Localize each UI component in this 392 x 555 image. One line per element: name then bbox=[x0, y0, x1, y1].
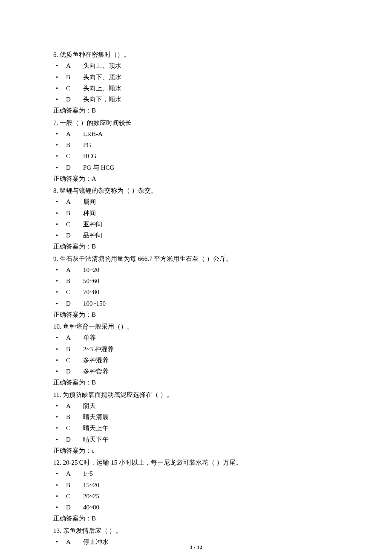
question-text: 8. 鳞鲤与镜鲤的杂交称为（ ）杂交。 bbox=[53, 185, 339, 196]
option-text: 10~20 bbox=[83, 264, 339, 275]
question-block: 8. 鳞鲤与镜鲤的杂交称为（ ）杂交。•A属间•B种间•C亚种间•D品种间正确答… bbox=[53, 185, 339, 252]
option-line: •D晴天下午 bbox=[53, 434, 339, 445]
answer-label: 正确答案为： bbox=[53, 243, 92, 250]
question-body: 鳞鲤与镜鲤的杂交称为（ ）杂交。 bbox=[60, 187, 157, 194]
option-text: 晴天清晨 bbox=[83, 411, 339, 422]
bullet-icon: • bbox=[53, 150, 66, 162]
option-line: •A1~5 bbox=[53, 468, 339, 479]
bullet-icon: • bbox=[53, 208, 66, 219]
bullet-icon: • bbox=[53, 491, 66, 502]
option-letter: D bbox=[66, 434, 83, 445]
option-letter: A bbox=[66, 468, 83, 479]
option-line: •B头向下、顶水 bbox=[53, 72, 339, 83]
bullet-icon: • bbox=[53, 219, 66, 230]
question-block: 10. 鱼种培育一般采用（）。•A单养•B2~3 种混养•C多种混养•D多种套养… bbox=[53, 321, 339, 388]
bullet-icon: • bbox=[53, 60, 66, 71]
answer-value: B bbox=[92, 311, 96, 318]
option-text: 15~20 bbox=[83, 480, 339, 491]
option-text: 20~25 bbox=[83, 491, 339, 502]
question-block: 9. 生石灰干法清塘的用量为每 666.7 平方米用生石灰（ ）公斤。•A10~… bbox=[53, 253, 339, 321]
question-number: 6. bbox=[53, 51, 58, 58]
option-letter: B bbox=[66, 411, 83, 422]
option-text: 单养 bbox=[83, 332, 339, 343]
question-text: 12. 20-25℃时，运输 15 小时以上，每一尼龙袋可装水花（ ）万尾。 bbox=[53, 457, 339, 468]
option-line: •A阴天 bbox=[53, 400, 339, 411]
answer-value: B bbox=[92, 515, 96, 522]
option-text: 属间 bbox=[83, 196, 339, 207]
option-letter: B bbox=[66, 275, 83, 286]
bullet-icon: • bbox=[53, 72, 66, 83]
option-line: •B2~3 种混养 bbox=[53, 344, 339, 355]
option-letter: D bbox=[66, 366, 83, 377]
question-text: 10. 鱼种培育一般采用（）。 bbox=[53, 321, 339, 332]
option-letter: B bbox=[66, 72, 83, 83]
option-letter: D bbox=[66, 162, 83, 173]
bullet-icon: • bbox=[53, 230, 66, 241]
option-text: 50~60 bbox=[83, 275, 339, 286]
option-text: 头向下、顶水 bbox=[83, 72, 339, 83]
answer-line: 正确答案为：B bbox=[53, 377, 339, 388]
bullet-icon: • bbox=[53, 286, 66, 298]
question-body: 优质鱼种在密集时（）。 bbox=[58, 51, 130, 58]
answer-label: 正确答案为： bbox=[53, 379, 92, 386]
question-block: 12. 20-25℃时，运输 15 小时以上，每一尼龙袋可装水花（ ）万尾。•A… bbox=[53, 457, 339, 524]
option-line: •C晴天上午 bbox=[53, 422, 339, 434]
question-block: 7. 一般（ ）的效应时间较长•ALRH-A•BPG•CHCG•DPG 与 HC… bbox=[53, 117, 339, 185]
option-letter: A bbox=[66, 196, 83, 207]
answer-value: B bbox=[92, 379, 96, 386]
option-letter: A bbox=[66, 400, 83, 411]
answer-value: B bbox=[92, 107, 96, 114]
answer-label: 正确答案为： bbox=[53, 175, 92, 182]
bullet-icon: • bbox=[53, 468, 66, 479]
question-body: 20-25℃时，运输 15 小时以上，每一尼龙袋可装水花（ ）万尾。 bbox=[61, 459, 242, 466]
option-line: •D多种套养 bbox=[53, 366, 339, 377]
option-letter: C bbox=[66, 491, 83, 502]
question-body: 为预防缺氧而搅动底泥应选择在（ ）。 bbox=[61, 391, 173, 398]
bullet-icon: • bbox=[53, 139, 66, 150]
question-text: 9. 生石灰干法清塘的用量为每 666.7 平方米用生石灰（ ）公斤。 bbox=[53, 253, 339, 264]
option-text: 晴天上午 bbox=[83, 422, 339, 434]
bullet-icon: • bbox=[53, 480, 66, 491]
answer-line: 正确答案为：B bbox=[53, 309, 339, 320]
option-text: 100~150 bbox=[83, 298, 339, 309]
bullet-icon: • bbox=[53, 196, 66, 207]
option-letter: C bbox=[66, 150, 83, 162]
option-line: •C20~25 bbox=[53, 491, 339, 502]
option-line: •A头向上、顶水 bbox=[53, 60, 339, 71]
option-text: 70~80 bbox=[83, 286, 339, 298]
question-number: 7. bbox=[53, 119, 60, 126]
option-line: •A属间 bbox=[53, 196, 339, 207]
bullet-icon: • bbox=[53, 411, 66, 422]
bullet-icon: • bbox=[53, 502, 66, 513]
answer-value: c bbox=[92, 447, 95, 454]
answer-value: B bbox=[92, 243, 96, 250]
bullet-icon: • bbox=[53, 355, 66, 366]
option-letter: D bbox=[66, 298, 83, 309]
bullet-icon: • bbox=[53, 128, 66, 139]
question-block: 11. 为预防缺氧而搅动底泥应选择在（ ）。•A阴天•B晴天清晨•C晴天上午•D… bbox=[53, 389, 339, 457]
answer-line: 正确答案为：c bbox=[53, 445, 339, 456]
option-line: •B50~60 bbox=[53, 275, 339, 286]
option-letter: C bbox=[66, 219, 83, 230]
option-line: •A10~20 bbox=[53, 264, 339, 275]
answer-value: A bbox=[92, 175, 96, 182]
question-text: 11. 为预防缺氧而搅动底泥应选择在（ ）。 bbox=[53, 389, 339, 400]
option-line: •C头向上、顺水 bbox=[53, 83, 339, 94]
answer-label: 正确答案为： bbox=[53, 107, 92, 114]
option-text: 头向上、顺水 bbox=[83, 83, 339, 94]
option-letter: C bbox=[66, 286, 83, 298]
option-line: •C70~80 bbox=[53, 286, 339, 298]
option-line: •D品种间 bbox=[53, 230, 339, 241]
page-number: 3 / 12 bbox=[0, 543, 392, 552]
bullet-icon: • bbox=[53, 332, 66, 343]
option-text: 头向上、顶水 bbox=[83, 60, 339, 71]
option-letter: D bbox=[66, 502, 83, 513]
question-body: 生石灰干法清塘的用量为每 666.7 平方米用生石灰（ ）公斤。 bbox=[58, 255, 232, 262]
option-letter: D bbox=[66, 94, 83, 105]
answer-label: 正确答案为： bbox=[53, 447, 92, 454]
question-body: 鱼种培育一般采用（）。 bbox=[61, 323, 133, 330]
option-text: 1~5 bbox=[83, 468, 339, 479]
question-text: 7. 一般（ ）的效应时间较长 bbox=[53, 117, 339, 128]
bullet-icon: • bbox=[53, 94, 66, 105]
option-text: 品种间 bbox=[83, 230, 339, 241]
